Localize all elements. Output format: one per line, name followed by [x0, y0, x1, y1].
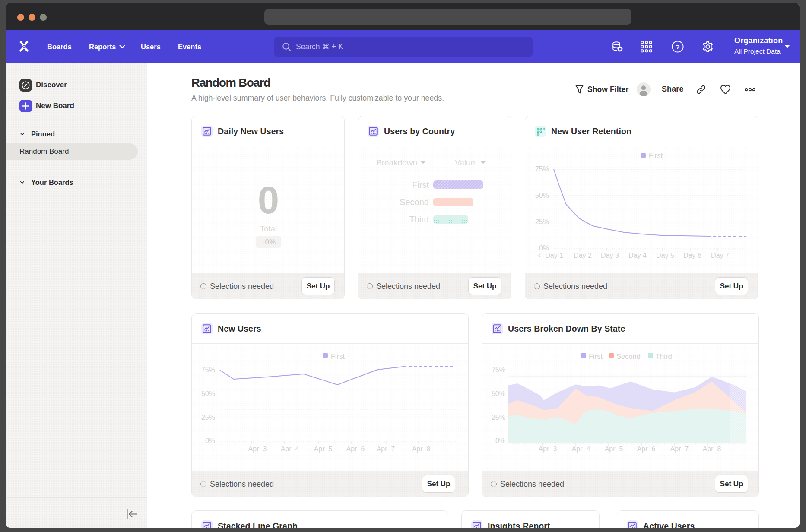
svg-text:?: ? — [676, 43, 679, 51]
